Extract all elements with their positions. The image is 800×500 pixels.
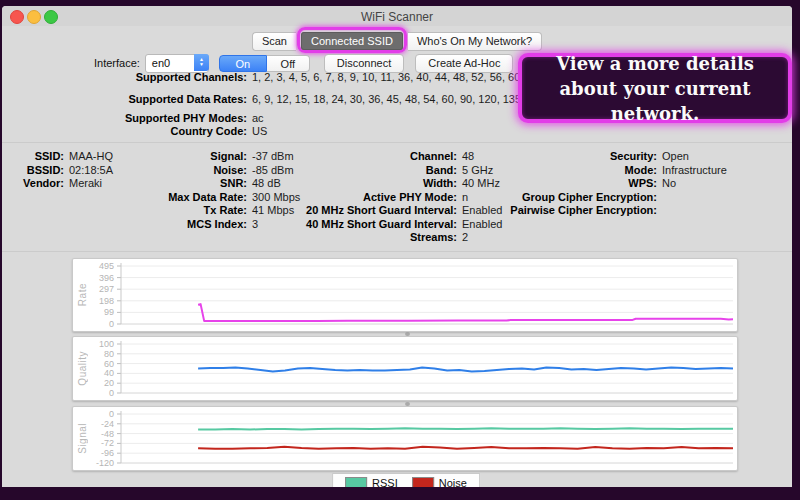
sgi20-row: 20 MHz Short Guard Interval:Enabled <box>292 204 502 218</box>
signal-chart: 0-24-48-72-96-120 <box>73 407 737 470</box>
interface-select[interactable]: en0 ▲▼ <box>145 54 209 73</box>
signal-chart-panel: Signal 0-24-48-72-96-120 <box>72 406 738 471</box>
svg-text:-48: -48 <box>101 429 114 439</box>
tab-whos-on-my-network[interactable]: Who's On My Network? <box>408 32 542 51</box>
width-row: Width:40 MHz <box>292 177 502 191</box>
tutorial-tooltip: View a more details about your current n… <box>518 53 792 123</box>
svg-text:0: 0 <box>109 388 114 398</box>
svg-text:0: 0 <box>109 409 114 419</box>
quality-chart-panel: Quality 100806040200 <box>72 336 738 401</box>
supported-phy-modes-value: ac <box>252 112 264 124</box>
interface-label: Interface: <box>94 57 140 69</box>
supported-phy-modes-row: Supported PHY Modes: ac <box>2 112 264 124</box>
bssid-row: BSSID:02:18:5A <box>2 164 113 178</box>
interface-toolbar: Interface: en0 ▲▼ On Off Disconnect Crea… <box>94 53 524 73</box>
vendor-row: Vendor:Meraki <box>2 177 113 191</box>
mcs-index-row: MCS Index:3 <box>102 218 300 232</box>
details-column-signal: Signal:-37 dBm Noise:-85 dBm SNR:48 dB M… <box>102 150 300 231</box>
svg-text:-72: -72 <box>101 438 114 448</box>
mode-row: Mode:Infrastructure <box>492 164 727 178</box>
supported-data-rates-label: Supported Data Rates: <box>2 93 252 105</box>
wps-row: WPS:No <box>492 177 727 191</box>
off-button[interactable]: Off <box>267 55 310 72</box>
svg-text:198: 198 <box>99 296 114 306</box>
create-adhoc-button[interactable]: Create Ad-Hoc <box>415 54 513 73</box>
svg-text:0: 0 <box>109 319 114 329</box>
legend-item-rssi: RSSI <box>345 477 398 488</box>
power-segment: On Off <box>219 55 310 72</box>
channel-row: Channel:48 <box>292 150 502 164</box>
svg-text:99: 99 <box>104 307 114 317</box>
section-divider <box>2 251 792 252</box>
band-row: Band:5 GHz <box>292 164 502 178</box>
signal-row: Signal:-37 dBm <box>102 150 300 164</box>
rssi-swatch-icon <box>345 477 367 487</box>
country-code-label: Country Code: <box>2 125 252 137</box>
window-title: WiFi Scanner <box>2 10 792 24</box>
group-cipher-row: Group Cipher Encryption: <box>492 191 727 205</box>
on-button[interactable]: On <box>219 55 267 72</box>
active-phy-mode-row: Active PHY Mode:n <box>292 191 502 205</box>
svg-text:495: 495 <box>99 261 114 271</box>
disconnect-button[interactable]: Disconnect <box>324 54 404 73</box>
security-row: Security:Open <box>492 150 727 164</box>
country-code-row: Country Code: US <box>2 125 267 137</box>
details-column-identity: SSID:MAA-HQ BSSID:02:18:5A Vendor:Meraki <box>2 150 113 191</box>
svg-text:60: 60 <box>104 359 114 369</box>
title-bar: WiFi Scanner <box>2 6 792 26</box>
section-divider <box>2 142 792 143</box>
svg-text:100: 100 <box>99 339 114 349</box>
svg-text:-24: -24 <box>101 419 114 429</box>
rate-chart: 495396297198990 <box>73 259 737 331</box>
svg-text:297: 297 <box>99 284 114 294</box>
snr-row: SNR:48 dB <box>102 177 300 191</box>
tutorial-tooltip-text: View a more details about your current n… <box>522 51 788 126</box>
tab-scan[interactable]: Scan <box>252 32 296 51</box>
tx-rate-row: Tx Rate:41 Mbps <box>102 204 300 218</box>
signal-legend: RSSI Noise <box>332 473 480 487</box>
quality-chart: 100806040200 <box>73 337 737 400</box>
svg-text:80: 80 <box>104 349 114 359</box>
details-column-security: Security:Open Mode:Infrastructure WPS:No… <box>492 150 727 218</box>
stepper-arrows-icon: ▲▼ <box>194 54 209 71</box>
noise-swatch-icon <box>412 477 434 487</box>
country-code-value: US <box>252 125 267 137</box>
rate-chart-panel: Rate 495396297198990 <box>72 258 738 332</box>
max-data-rate-row: Max Data Rate:300 Mbps <box>102 191 300 205</box>
tutorial-highlight-ring: Connected SSID <box>297 27 407 53</box>
svg-text:20: 20 <box>104 378 114 388</box>
ssid-row: SSID:MAA-HQ <box>2 150 113 164</box>
svg-text:-96: -96 <box>101 448 114 458</box>
legend-item-noise: Noise <box>412 477 467 488</box>
sgi40-row: 40 MHz Short Guard Interval:Enabled <box>292 218 502 232</box>
tab-connected-ssid[interactable]: Connected SSID <box>301 32 403 50</box>
streams-row: Streams:2 <box>292 231 502 245</box>
svg-text:396: 396 <box>99 273 114 283</box>
supported-phy-modes-label: Supported PHY Modes: <box>2 112 252 124</box>
noise-row: Noise:-85 dBm <box>102 164 300 178</box>
svg-text:40: 40 <box>104 368 114 378</box>
svg-text:-120: -120 <box>96 458 114 468</box>
supported-channels-label: Supported Channels: <box>2 71 252 83</box>
details-column-channel: Channel:48 Band:5 GHz Width:40 MHz Activ… <box>292 150 502 245</box>
pairwise-cipher-row: Pairwise Cipher Encryption: <box>492 204 727 218</box>
